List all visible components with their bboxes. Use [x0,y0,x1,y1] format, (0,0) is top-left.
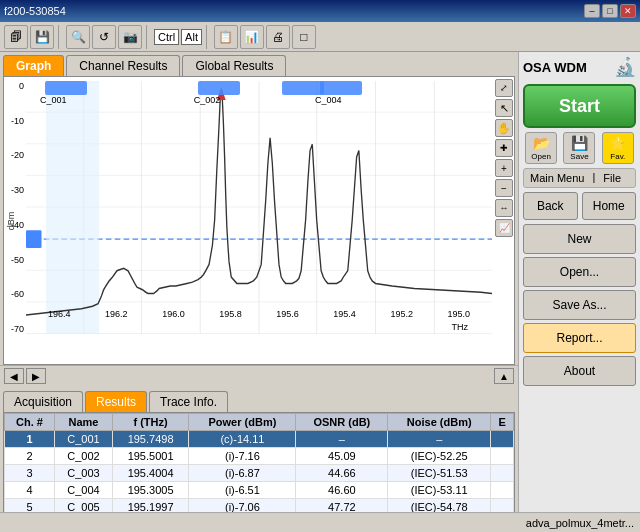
close-button[interactable]: ✕ [620,4,636,18]
nav-row: Back Home [523,192,636,220]
btab-acquisition[interactable]: Acquisition [3,391,83,412]
osa-header: OSA WDM 🔬 [523,56,636,80]
chart-trace-btn[interactable]: 📈 [495,219,513,237]
svg-rect-11 [26,230,42,248]
menu-file[interactable]: File [599,171,625,185]
tb-sep1 [58,25,62,49]
nav-arrows: ◀ ▶ [4,368,46,384]
col-power: Power (dBm) [189,414,296,431]
save-icon-btn[interactable]: 💾 Save [563,132,595,164]
action-btn-open[interactable]: Open... [523,257,636,287]
col-e: E [491,414,514,431]
open-icon-btn[interactable]: 📂 Open [525,132,557,164]
save-icon: 💾 [571,135,588,151]
tab-graph[interactable]: Graph [3,55,64,76]
col-name: Name [55,414,113,431]
chart-right-tools: ⤢ ↖ ✋ ✚ + − ↔ 📈 [494,77,514,364]
nav-up-btn[interactable]: ▲ [494,368,514,384]
bottom-nav: ◀ ▶ ▲ [0,365,518,386]
menu-bar-items: Main Menu | File [526,171,633,185]
chart-canvas: C_001 C_002 C_004 [26,81,492,334]
svg-rect-12 [46,81,99,334]
left-panel: Graph Channel Results Global Results 0 -… [0,52,518,532]
btab-trace-info[interactable]: Trace Info. [149,391,228,412]
action-btn-report[interactable]: Report... [523,323,636,353]
titlebar: f200-530854 – □ ✕ [0,0,640,22]
tb-sep2 [146,25,150,49]
table-row[interactable]: 3C_003195.4004(i)-6.8744.66(IEC)-51.53 [5,465,514,482]
tb-copy-btn[interactable]: 📋 [214,25,238,49]
table-row[interactable]: 1C_001195.7498(c)-14.11–– [5,431,514,448]
tb-sep3 [206,25,210,49]
chart-zoom-x-btn[interactable]: ↔ [495,199,513,217]
tb-chart-btn[interactable]: 📊 [240,25,264,49]
ch-box-1 [45,81,87,95]
action-btn-about[interactable]: About [523,356,636,386]
tb-window-btn[interactable]: □ [292,25,316,49]
back-button[interactable]: Back [523,192,578,220]
chart-zoom-in-btn[interactable]: + [495,159,513,177]
table-row[interactable]: 4C_004195.3005(i)-6.5146.60(IEC)-53.11 [5,482,514,499]
tb-refresh-btn[interactable]: ↺ [92,25,116,49]
tb-camera-btn[interactable]: 📷 [118,25,142,49]
col-osnr: OSNR (dB) [296,414,388,431]
statusbar: adva_polmux_4metr... [0,512,640,532]
tab-global-results[interactable]: Global Results [182,55,286,76]
fav-icon: ⭐ [609,135,626,151]
icon-row: 📂 Open 💾 Save ⭐ Fav. [523,132,636,164]
top-tabs: Graph Channel Results Global Results [0,52,518,76]
chart-area: 0 -10 -20 -30 -40 -50 -60 -70 dBm RBW (n… [3,76,515,365]
save-label: Save [570,152,588,161]
home-button[interactable]: Home [582,192,637,220]
results-table: Ch. # Name f (THz) Power (dBm) OSNR (dB)… [4,413,514,516]
chart-marker-btn[interactable]: ✚ [495,139,513,157]
right-panel: OSA WDM 🔬 Start 📂 Open 💾 Save ⭐ Fav. Mai… [518,52,640,532]
start-button[interactable]: Start [523,84,636,128]
menu-sep: | [592,171,595,185]
menu-main[interactable]: Main Menu [526,171,588,185]
chart-hand-btn[interactable]: ✋ [495,119,513,137]
tb-alt-label[interactable]: Alt [181,29,202,45]
chart-svg [26,81,492,334]
tab-channel-results[interactable]: Channel Results [66,55,180,76]
main-area: Graph Channel Results Global Results 0 -… [0,52,640,532]
chart-xaxis: 196.4 196.2 196.0 195.8 195.6 195.4 195.… [48,304,470,324]
ch-label-002: C_002 [194,95,221,105]
ch-box-4 [320,81,362,95]
osa-title: OSA WDM [523,60,587,75]
tb-print-btn[interactable]: 🖨 [266,25,290,49]
col-ch: Ch. # [5,414,55,431]
ch-label-004: C_004 [315,95,342,105]
titlebar-controls: – □ ✕ [584,4,636,18]
toolbar: 🗐 💾 🔍 ↺ 📷 Ctrl Alt 📋 📊 🖨 □ [0,22,640,52]
x-axis-unit-label: THz [452,322,469,332]
tb-ctrl-label[interactable]: Ctrl [154,29,179,45]
nav-right-btn[interactable]: ▶ [26,368,46,384]
col-noise: Noise (dBm) [388,414,491,431]
open-label: Open [531,152,551,161]
ch-box-2 [198,81,240,95]
tb-zoom-btn[interactable]: 🔍 [66,25,90,49]
btab-results[interactable]: Results [85,391,147,412]
chart-cursor-btn[interactable]: ↖ [495,99,513,117]
ch-label-001: C_001 [40,95,67,105]
chart-yaxis: 0 -10 -20 -30 -40 -50 -60 -70 [4,81,26,334]
chart-zoom-fit-btn[interactable]: ⤢ [495,79,513,97]
action-btn-new[interactable]: New [523,224,636,254]
maximize-button[interactable]: □ [602,4,618,18]
fav-icon-btn[interactable]: ⭐ Fav. [602,132,634,164]
nav-left-btn[interactable]: ◀ [4,368,24,384]
action-buttons: NewOpen...Save As...Report...About [523,224,636,389]
action-btn-saveas[interactable]: Save As... [523,290,636,320]
bottom-tabs: Acquisition Results Trace Info. [0,388,518,412]
tb-save-btn[interactable]: 💾 [30,25,54,49]
menu-bar: Main Menu | File [523,168,636,188]
table-row[interactable]: 2C_002195.5001(i)-7.1645.09(IEC)-52.25 [5,448,514,465]
minimize-button[interactable]: – [584,4,600,18]
tb-new-btn[interactable]: 🗐 [4,25,28,49]
osa-icon: 🔬 [614,56,636,78]
window-title: f200-530854 [4,5,66,17]
y-axis-unit-label: dBm [6,211,16,230]
chart-zoom-out-btn[interactable]: − [495,179,513,197]
open-icon: 📂 [533,135,550,151]
